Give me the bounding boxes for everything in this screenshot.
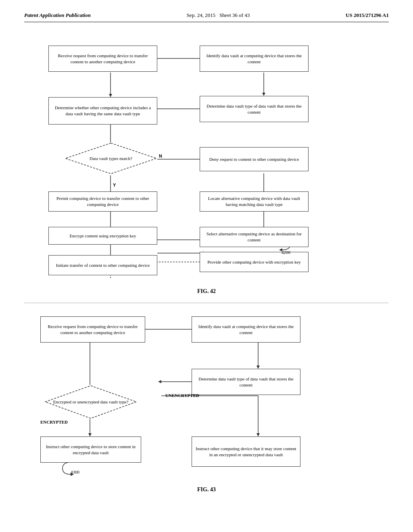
fig43-label-unencrypted: UNENCRYPTED bbox=[165, 393, 199, 398]
fig42-label: FIG. 42 bbox=[24, 288, 389, 295]
fig42-ref: 4200 bbox=[282, 250, 290, 255]
fig42-box-b9: Select alternative computing device as d… bbox=[200, 227, 309, 247]
svg-marker-41 bbox=[88, 433, 92, 436]
svg-marker-7 bbox=[109, 94, 112, 97]
header-patent: US 2015/271296 A1 bbox=[346, 12, 389, 19]
page: Patent Application Publication Sep. 24, … bbox=[0, 0, 413, 532]
fig42-box-b6: Permit computing device to transfer cont… bbox=[48, 191, 157, 212]
svg-text:Y: Y bbox=[113, 183, 116, 187]
fig42-box-b2: Identify data vault at computing device … bbox=[200, 46, 309, 72]
fig42-box-b10: Initiate transfer of content to other co… bbox=[48, 255, 157, 275]
fig43-section: Receive request from computing device to… bbox=[24, 309, 389, 493]
fig42-section: N Y bbox=[24, 34, 389, 295]
fig42-box-b4: Determine data vault type of data vault … bbox=[200, 96, 309, 122]
fig43-ref: 4300 bbox=[71, 470, 79, 474]
fig42-diamond-match: Data vault types match? bbox=[65, 142, 157, 175]
section-divider bbox=[24, 303, 389, 303]
svg-marker-36 bbox=[257, 366, 260, 369]
fig43-box-b1: Receive request from computing device to… bbox=[40, 316, 145, 343]
svg-marker-44 bbox=[257, 433, 260, 436]
fig42-box-b7: Locate alternative computing device with… bbox=[200, 191, 309, 212]
fig42-box-b3: Determine whether other computing device… bbox=[48, 97, 157, 125]
fig43-box-b4: Instruct other computing device to store… bbox=[40, 436, 141, 463]
header: Patent Application Publication Sep. 24, … bbox=[24, 12, 389, 22]
svg-marker-38 bbox=[158, 380, 161, 383]
fig42-box-b1: Receive request from computing device to… bbox=[48, 46, 157, 72]
fig43-label-encrypted: ENCRYPTED bbox=[40, 420, 68, 424]
fig43-label: FIG. 43 bbox=[24, 486, 389, 493]
header-date-sheet: Sep. 24, 2015 Sheet 36 of 43 bbox=[187, 12, 250, 19]
fig42-box-b12: Provide other computing device with encr… bbox=[200, 252, 309, 272]
svg-text:N: N bbox=[159, 154, 162, 158]
header-publication: Patent Application Publication bbox=[24, 12, 91, 19]
fig43-box-b3: Determine data vault type of data vault … bbox=[192, 369, 300, 395]
fig42-box-b8: Encrypt content using encryption key bbox=[48, 227, 157, 245]
fig43-box-b5: Instruct other computing device that it … bbox=[192, 436, 300, 467]
fig42-box-b5: Deny request to content to other computi… bbox=[200, 147, 309, 171]
fig43-box-b2: Identify data vault at computing device … bbox=[192, 316, 300, 343]
fig43-diamond-type: Encrypted or unencrypted data vault type… bbox=[44, 385, 137, 419]
svg-marker-3 bbox=[262, 93, 265, 96]
